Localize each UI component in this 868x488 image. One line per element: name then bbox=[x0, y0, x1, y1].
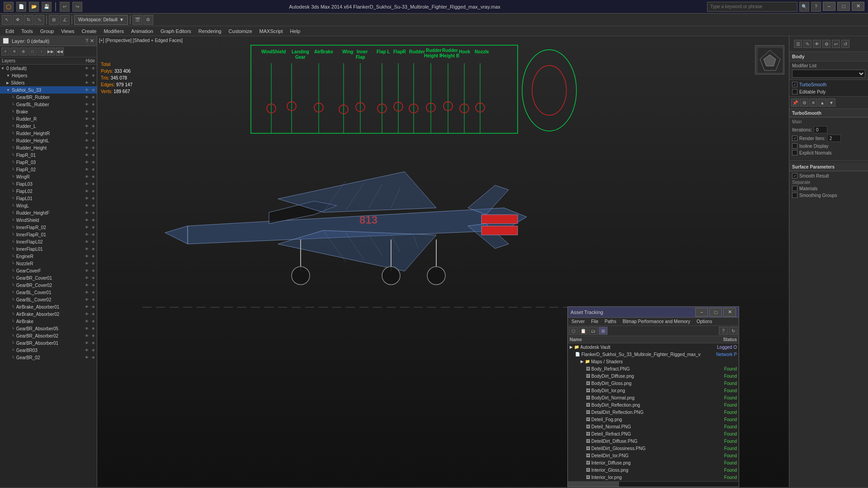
asset-refresh-btn[interactable]: ↻ bbox=[729, 327, 738, 335]
layer-item[interactable]: └ Rudder_HeightL 👁 ❄ bbox=[0, 137, 97, 144]
visibility-icon[interactable]: 👁 bbox=[84, 66, 90, 71]
close-button[interactable]: ✕ bbox=[852, 2, 864, 11]
freeze-icon[interactable]: ❄ bbox=[90, 152, 96, 158]
freeze-icon[interactable]: ❄ bbox=[90, 94, 96, 100]
freeze-icon[interactable]: ❄ bbox=[90, 123, 96, 129]
visibility-icon[interactable]: 👁 bbox=[84, 225, 90, 230]
iterations-value[interactable]: 0 bbox=[814, 126, 827, 133]
asset-item[interactable]: ▶ 📁 Autodesk Vault Logged O bbox=[568, 343, 739, 351]
layer-item[interactable]: └ WingL 👁 ❄ bbox=[0, 202, 97, 209]
freeze-icon[interactable]: ❄ bbox=[90, 167, 96, 172]
explicit-normals-checkbox[interactable] bbox=[792, 150, 797, 155]
menu-create[interactable]: Create bbox=[78, 28, 100, 35]
visibility-icon[interactable]: 👁 bbox=[84, 145, 90, 150]
visibility-icon[interactable]: 👁 bbox=[84, 181, 90, 187]
visibility-icon[interactable]: 👁 bbox=[84, 333, 90, 338]
rotate-tool[interactable]: ↻ bbox=[24, 15, 33, 25]
asset-menu-file[interactable]: File bbox=[588, 319, 601, 324]
menu-graph-editors[interactable]: Graph Editors bbox=[157, 28, 195, 35]
menu-maxscript[interactable]: MAXScript bbox=[256, 28, 287, 35]
menu-views[interactable]: Views bbox=[57, 28, 78, 35]
visibility-icon[interactable]: 👁 bbox=[84, 203, 90, 208]
layer-item[interactable]: └ InnerFlapR_01 👁 ❄ bbox=[0, 231, 97, 238]
layer-item[interactable]: └ InnerFlapL01 👁 ❄ bbox=[0, 245, 97, 253]
menu-animation[interactable]: Animation bbox=[127, 28, 157, 35]
surface-params-header[interactable]: Surface Parameters bbox=[789, 163, 868, 171]
asset-tb-1[interactable]: ⬡ bbox=[569, 327, 578, 335]
visibility-icon[interactable]: 👁 bbox=[84, 94, 90, 100]
visibility-icon[interactable]: 👁 bbox=[84, 210, 90, 216]
layer-item[interactable]: └ FlapL02 👁 ❄ bbox=[0, 188, 97, 195]
search-icon[interactable]: 🔍 bbox=[799, 2, 809, 12]
layer-item[interactable]: └ GearCoverF 👁 ❄ bbox=[0, 267, 97, 274]
asset-scrollbar[interactable] bbox=[568, 481, 739, 487]
help-icon[interactable]: ? bbox=[811, 2, 821, 12]
redo-button[interactable]: ↪ bbox=[72, 2, 82, 12]
layer-item[interactable]: └ AirBrake 👁 ❄ bbox=[0, 318, 97, 325]
visibility-icon[interactable]: 👁 bbox=[84, 160, 90, 165]
mod-icon-4[interactable]: ⚙ bbox=[822, 40, 830, 48]
visibility-icon[interactable]: 👁 bbox=[84, 138, 90, 143]
freeze-icon[interactable]: ❄ bbox=[90, 268, 96, 273]
asset-close-btn[interactable]: ✕ bbox=[723, 308, 736, 317]
layer-item[interactable]: └ GearBR_Absorber05 👁 ❄ bbox=[0, 325, 97, 332]
freeze-icon[interactable]: ❄ bbox=[90, 355, 96, 360]
freeze-icon[interactable]: ❄ bbox=[90, 217, 96, 223]
smooth-result-checkbox[interactable] bbox=[792, 173, 797, 178]
visibility-icon[interactable]: 👁 bbox=[84, 232, 90, 237]
layer-help-button[interactable]: ? bbox=[85, 38, 88, 44]
menu-help[interactable]: Help bbox=[287, 28, 304, 35]
freeze-icon[interactable]: ❄ bbox=[90, 340, 96, 346]
materials-checkbox[interactable] bbox=[792, 186, 797, 191]
freeze-icon[interactable]: ❄ bbox=[90, 290, 96, 295]
layer-item[interactable]: └ GearBL_Cover02 👁 ❄ bbox=[0, 296, 97, 303]
visibility-icon[interactable]: 👁 bbox=[84, 311, 90, 317]
asset-item[interactable]: 🖼 Deteil_Fog.png Found bbox=[568, 416, 739, 423]
select-tool[interactable]: ↖ bbox=[2, 15, 12, 25]
layer-item[interactable]: └ GearBL_Cover01 👁 ❄ bbox=[0, 289, 97, 296]
layer-item[interactable]: └ Rudder_R 👁 ❄ bbox=[0, 115, 97, 122]
asset-item[interactable]: 🖼 BodyDirt_Ior.png Found bbox=[568, 387, 739, 394]
freeze-icon[interactable]: ❄ bbox=[90, 66, 96, 71]
freeze-icon[interactable]: ❄ bbox=[90, 319, 96, 324]
freeze-icon[interactable]: ❄ bbox=[90, 73, 96, 78]
visibility-icon[interactable]: 👁 bbox=[84, 116, 90, 122]
mod-icon-2[interactable]: ✎ bbox=[803, 40, 811, 48]
asset-maximize-btn[interactable]: □ bbox=[709, 308, 722, 317]
freeze-icon[interactable]: ❄ bbox=[90, 196, 96, 201]
layer-close-button[interactable]: ✕ bbox=[90, 38, 94, 44]
freeze-icon[interactable]: ❄ bbox=[90, 131, 96, 136]
asset-menu-options[interactable]: Options bbox=[694, 319, 715, 324]
layer-item[interactable]: └ AirBrake_Absorber01 👁 ❄ bbox=[0, 303, 97, 310]
visibility-icon[interactable]: 👁 bbox=[84, 297, 90, 302]
asset-item[interactable]: 🖼 DetailDirt_Reflection.PNG Found bbox=[568, 408, 739, 416]
layer-expand[interactable]: ▶▶ bbox=[47, 47, 55, 56]
visibility-icon[interactable]: 👁 bbox=[84, 239, 90, 244]
asset-item[interactable]: 🖼 DeteilDirt_Diffuse.PNG Found bbox=[568, 437, 739, 445]
epoly-checkbox[interactable] bbox=[792, 89, 797, 94]
asset-tb-2[interactable]: 📋 bbox=[579, 327, 588, 335]
visibility-icon[interactable]: 👁 bbox=[84, 167, 90, 172]
minimize-button[interactable]: − bbox=[823, 2, 835, 11]
freeze-icon[interactable]: ❄ bbox=[90, 282, 96, 288]
layer-item[interactable]: └ Rudder_L 👁 ❄ bbox=[0, 122, 97, 130]
freeze-icon[interactable]: ❄ bbox=[90, 304, 96, 310]
visibility-icon[interactable]: 👁 bbox=[84, 319, 90, 324]
layer-item[interactable]: └ GearBR03 👁 ❄ bbox=[0, 347, 97, 354]
asset-item[interactable]: 🖼 Interior_Ior.png Found bbox=[568, 474, 739, 481]
visibility-icon[interactable]: 👁 bbox=[84, 275, 90, 281]
freeze-icon[interactable]: ❄ bbox=[90, 138, 96, 143]
layer-delete-btn[interactable]: ✕ bbox=[10, 47, 19, 56]
freeze-icon[interactable]: ❄ bbox=[90, 246, 96, 252]
visibility-icon[interactable]: 👁 bbox=[84, 326, 90, 331]
menu-edit[interactable]: Edit bbox=[2, 28, 18, 35]
freeze-icon[interactable]: ❄ bbox=[90, 297, 96, 302]
asset-menu-server[interactable]: Server bbox=[569, 319, 587, 324]
layer-item[interactable]: └ InnerFlapR_02 👁 ❄ bbox=[0, 224, 97, 231]
freeze-icon[interactable]: ❄ bbox=[90, 253, 96, 259]
menu-customize[interactable]: Customize bbox=[225, 28, 256, 35]
layer-item[interactable]: └ FlapL03 👁 ❄ bbox=[0, 180, 97, 188]
save-button[interactable]: 💾 bbox=[42, 2, 52, 12]
layer-collapse[interactable]: ◀◀ bbox=[56, 47, 64, 56]
freeze-icon[interactable]: ❄ bbox=[90, 160, 96, 165]
